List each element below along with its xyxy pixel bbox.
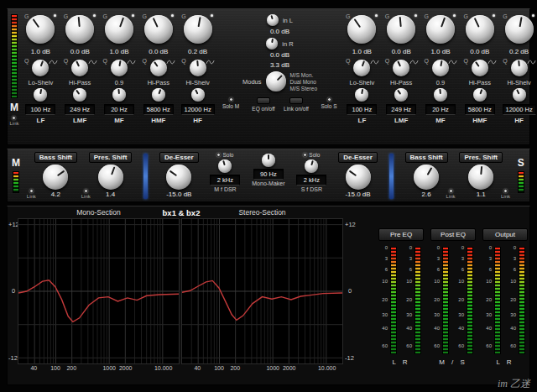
- filter-mode: 0.9: [115, 79, 123, 86]
- input-gain-l-value: 0.0 dB: [270, 28, 289, 36]
- gain-knob[interactable]: [387, 15, 415, 44]
- q-letter: Q: [142, 58, 146, 64]
- deesser-solo-right[interactable]: Solo: [303, 152, 320, 158]
- meter-group-pre-eq: Pre EQ03610203040600361020304060L R: [378, 228, 424, 366]
- mono-maker-display: 90 Hz: [253, 169, 284, 180]
- filter-shape-icon: [127, 59, 136, 65]
- gain-value: 1.0 dB: [352, 47, 372, 56]
- solo-m-button[interactable]: Solo M: [217, 97, 244, 109]
- bass-link-toggle[interactable]: Link: [27, 189, 36, 199]
- band-label: HMF: [151, 117, 165, 124]
- y-axis-label: +12: [345, 221, 356, 228]
- band-label: LMF: [394, 117, 408, 124]
- bass-shift-knob[interactable]: [43, 165, 68, 190]
- gain-knob[interactable]: [347, 15, 376, 44]
- bass-shift-knob[interactable]: [414, 165, 439, 190]
- deesser-knob[interactable]: [166, 165, 191, 190]
- level-meter: [494, 247, 501, 354]
- pres-link-toggle[interactable]: Link: [81, 189, 91, 199]
- solo-s-button[interactable]: Solo S: [315, 97, 342, 109]
- q-letter: Q: [425, 58, 429, 64]
- input-gain-r-knob[interactable]: [266, 38, 278, 50]
- gain-knob[interactable]: [65, 15, 94, 44]
- gain-value: 0.0 dB: [392, 47, 411, 56]
- eq-onoff-button[interactable]: EQ on/off: [250, 97, 277, 112]
- peak-led: [54, 14, 56, 17]
- deesser-solo-left[interactable]: Solo: [216, 152, 233, 158]
- freq-tick: 200: [230, 365, 240, 371]
- q-letter: Q: [103, 58, 107, 64]
- freq-knob[interactable]: [152, 88, 165, 102]
- freq-tick: 40: [194, 365, 201, 371]
- gain-knob[interactable]: [26, 15, 55, 44]
- gain-value: 0.2 dB: [188, 47, 207, 56]
- mid-edge-left: M: [9, 152, 23, 193]
- gain-knob[interactable]: [466, 15, 494, 44]
- freq-knob[interactable]: [112, 88, 126, 102]
- bass-shift-right: Bass Shift 2.6 Link: [405, 152, 448, 198]
- q-knob[interactable]: [353, 60, 370, 76]
- deesser-knob[interactable]: [346, 165, 371, 190]
- eq-band-m-lmf: G0.0 dBQHi-Pass249 HzLMF: [60, 9, 100, 144]
- q-knob[interactable]: [472, 60, 488, 76]
- freq-tick: 100: [214, 365, 224, 371]
- modus-option: M/S Mon.: [290, 72, 318, 78]
- q-knob[interactable]: [150, 60, 167, 76]
- freq-display: 100 Hz: [25, 104, 55, 115]
- filter-shape-icon: [409, 59, 419, 65]
- deesser-freq-knob[interactable]: [305, 159, 318, 173]
- filter-shape-icon: [370, 59, 379, 65]
- gain-knob[interactable]: [426, 15, 455, 44]
- pres-shift-knob[interactable]: [98, 165, 123, 190]
- peak-led: [375, 14, 378, 17]
- freq-knob[interactable]: [34, 88, 47, 102]
- freq-knob[interactable]: [434, 88, 447, 102]
- freq-knob[interactable]: [191, 88, 205, 102]
- deesser-right: De-Esser -15.0 dB: [338, 152, 378, 198]
- deesser-freq-left: Solo 2 kHz M f DSR: [210, 152, 240, 192]
- link-led: [12, 116, 16, 120]
- link-toggle-left[interactable]: Link: [9, 116, 18, 126]
- eq-band-m-mf: G1.0 dBQ0.920 HzMF: [100, 9, 139, 144]
- mono-maker: 90 Hz Mono-Maker: [252, 152, 284, 186]
- freq-knob[interactable]: [473, 88, 487, 102]
- freq-knob[interactable]: [73, 88, 86, 102]
- pres-shift-knob[interactable]: [468, 165, 493, 190]
- modus-knob[interactable]: [266, 71, 286, 91]
- input-gain-r-label: in R: [282, 40, 293, 48]
- q-knob[interactable]: [432, 60, 449, 76]
- q-knob[interactable]: [71, 60, 88, 76]
- pres-link-toggle[interactable]: Link: [501, 189, 510, 199]
- meter-channels: L R: [392, 358, 409, 366]
- modus-label: Modus: [242, 78, 262, 86]
- q-letter: Q: [64, 58, 68, 64]
- gain-knob[interactable]: [144, 15, 173, 44]
- freq-knob[interactable]: [513, 88, 526, 102]
- deesser-freq-label: S f DSR: [301, 186, 322, 192]
- freq-tick: 1000: [102, 365, 116, 371]
- deesser-freq-display: 2 kHz: [210, 175, 240, 186]
- mono-maker-knob[interactable]: [262, 154, 275, 167]
- gain-knob[interactable]: [505, 15, 534, 44]
- gain-knob[interactable]: [184, 15, 212, 44]
- freq-display: 249 Hz: [386, 104, 416, 115]
- bass-link-toggle[interactable]: Link: [446, 189, 456, 199]
- band-label: HF: [514, 117, 524, 124]
- deesser-freq-knob[interactable]: [218, 159, 232, 173]
- deesser-left: De-Esser -15.0 dB: [159, 152, 199, 198]
- q-knob[interactable]: [111, 60, 128, 76]
- gain-knob[interactable]: [105, 15, 133, 44]
- freq-knob[interactable]: [394, 88, 408, 102]
- modus-option: M/S Stereo: [290, 86, 318, 91]
- mono-maker-label: Mono-Maker: [252, 180, 284, 186]
- q-knob[interactable]: [190, 60, 206, 76]
- q-knob[interactable]: [32, 60, 49, 76]
- q-knob[interactable]: [511, 60, 528, 76]
- eq-section: M Link G1.0 dBQLo-Shelv100 HzLFG0.0 dBQH…: [7, 8, 530, 145]
- filter-mode: Hi-Pass: [148, 79, 169, 86]
- input-gain-l-knob[interactable]: [267, 14, 279, 26]
- q-knob[interactable]: [393, 60, 409, 76]
- link-onoff-button[interactable]: Link on/off: [283, 97, 310, 112]
- stereo-freq-axis: 401002001000200010.000: [181, 365, 343, 374]
- freq-knob[interactable]: [355, 88, 368, 102]
